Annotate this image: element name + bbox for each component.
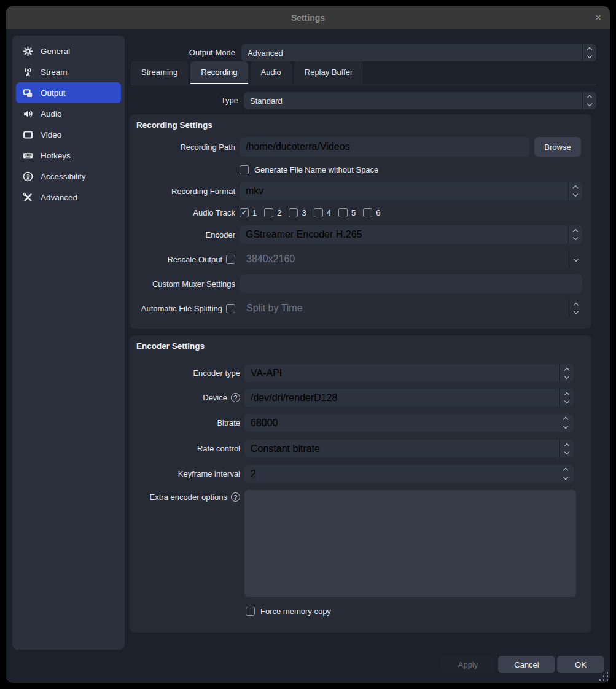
keyframe-interval-spinner[interactable]: 2 xyxy=(244,465,574,483)
rate-control-select[interactable]: Constant bitrate xyxy=(244,440,574,457)
encoder-type-select[interactable]: VA-API xyxy=(244,364,574,382)
recording-format-label: Recording Format xyxy=(130,187,240,196)
tab-streaming[interactable]: Streaming xyxy=(131,61,188,84)
output-mode-select[interactable]: Advanced xyxy=(241,44,596,61)
sidebar-item-label: Output xyxy=(41,88,66,98)
recording-type-value: Standard xyxy=(250,92,283,109)
output-mode-value: Advanced xyxy=(248,44,283,61)
recording-path-input[interactable]: /home/ducoterra/Videos xyxy=(240,137,529,157)
encoder-label: Encoder xyxy=(130,230,240,239)
recording-path-label: Recording Path xyxy=(130,142,240,152)
auto-file-splitting-checkbox[interactable] xyxy=(226,304,235,313)
sidebar-item-stream[interactable]: Stream xyxy=(16,61,121,82)
audio-track-1: ✓1 xyxy=(240,208,257,217)
spin-up-icon[interactable] xyxy=(563,468,568,473)
sidebar-item-label: General xyxy=(41,47,70,56)
audio-track-label: Audio Track xyxy=(130,208,240,217)
audio-track-checkboxes: ✓123456 xyxy=(240,208,380,217)
recording-format-select[interactable]: mkv xyxy=(240,182,582,200)
device-select[interactable]: /dev/dri/renderD128 xyxy=(244,389,574,407)
recording-settings-title: Recording Settings xyxy=(136,120,212,130)
bitrate-spinner[interactable]: 68000 xyxy=(244,414,574,432)
chevron-updown-icon[interactable] xyxy=(582,92,596,109)
chevron-updown-icon xyxy=(569,299,583,317)
audio-track-6-label: 6 xyxy=(376,208,380,217)
gear-icon xyxy=(23,46,33,56)
sidebar-item-accessibility[interactable]: Accessibility xyxy=(16,166,121,187)
recording-type-select[interactable]: Standard xyxy=(244,92,596,109)
sidebar-item-label: Audio xyxy=(41,109,62,119)
rate-control-label: Rate control xyxy=(130,444,244,453)
encoder-select[interactable]: GStreamer Encoder H.265 xyxy=(240,225,582,244)
sidebar-item-label: Advanced xyxy=(41,193,77,202)
auto-file-splitting-select: Split by Time xyxy=(240,299,583,317)
sidebar: GeneralStreamOutputAudioVideoHotkeysAcce… xyxy=(12,36,125,650)
chevron-updown-icon[interactable] xyxy=(582,44,596,61)
extra-encoder-options-textarea[interactable] xyxy=(244,490,576,597)
audio-track-5-checkbox[interactable] xyxy=(338,208,348,217)
audio-track-4-checkbox[interactable] xyxy=(314,208,323,217)
accessibility-icon xyxy=(23,171,33,182)
monitor-icon xyxy=(23,130,33,140)
ok-button[interactable]: OK xyxy=(557,656,604,673)
custom-muxer-input[interactable] xyxy=(240,274,582,293)
audio-track-6: 6 xyxy=(363,208,380,217)
tab-audio[interactable]: Audio xyxy=(251,61,292,84)
generate-no-space-checkbox[interactable] xyxy=(240,165,249,174)
output-mode-label: Output Mode xyxy=(131,44,235,61)
antenna-icon xyxy=(23,67,33,77)
spin-down-icon[interactable] xyxy=(563,424,568,429)
sidebar-item-label: Accessibility xyxy=(41,172,86,181)
generate-no-space-label: Generate File Name without Space xyxy=(254,165,378,174)
sidebar-item-advanced[interactable]: Advanced xyxy=(16,187,121,208)
sidebar-item-output[interactable]: Output xyxy=(16,82,121,103)
tools-icon xyxy=(23,192,33,203)
help-icon[interactable]: ? xyxy=(231,393,240,402)
audio-track-5: 5 xyxy=(338,208,356,217)
help-icon[interactable]: ? xyxy=(231,492,240,502)
audio-track-3-checkbox[interactable] xyxy=(289,208,298,217)
recording-settings-panel: Recording Settings Recording Path /home/… xyxy=(130,114,591,329)
custom-muxer-label: Custom Muxer Settings xyxy=(130,279,240,289)
rescale-output-checkbox[interactable] xyxy=(226,255,235,264)
titlebar[interactable]: Settings × xyxy=(6,6,610,29)
apply-button: Apply xyxy=(441,656,495,673)
chevron-updown-icon[interactable] xyxy=(559,440,574,457)
tab-replay-buffer[interactable]: Replay Buffer xyxy=(294,61,364,84)
browse-button[interactable]: Browse xyxy=(534,137,581,157)
encoder-settings-panel: Encoder Settings Encoder type VA-API Dev… xyxy=(130,335,591,633)
close-button[interactable]: × xyxy=(595,6,601,29)
rescale-output-select: 3840x2160 xyxy=(240,250,583,268)
spin-down-icon[interactable] xyxy=(563,475,568,480)
keyboard-icon xyxy=(23,150,33,161)
sidebar-item-hotkeys[interactable]: Hotkeys xyxy=(16,145,121,166)
sidebar-item-label: Stream xyxy=(41,68,68,77)
audio-track-3-label: 3 xyxy=(302,208,306,217)
bitrate-label: Bitrate xyxy=(130,418,244,427)
spin-up-icon[interactable] xyxy=(563,417,568,422)
output-tabbar: StreamingRecordingAudioReplay Buffer xyxy=(131,61,363,84)
chevron-down-icon xyxy=(569,250,583,268)
audio-track-1-checkbox[interactable]: ✓ xyxy=(240,208,249,217)
sidebar-item-video[interactable]: Video xyxy=(16,124,121,145)
resize-grip-icon[interactable] xyxy=(597,671,609,682)
force-memory-copy-checkbox[interactable] xyxy=(246,607,255,616)
chevron-updown-icon[interactable] xyxy=(559,364,574,382)
output-icon xyxy=(23,88,33,98)
cancel-button[interactable]: Cancel xyxy=(498,656,555,673)
tab-recording[interactable]: Recording xyxy=(190,61,248,84)
sidebar-item-general[interactable]: General xyxy=(16,41,121,61)
close-icon: × xyxy=(595,12,601,24)
audio-track-2-label: 2 xyxy=(277,208,281,217)
chevron-updown-icon[interactable] xyxy=(568,182,582,200)
tab-separator xyxy=(131,84,596,84)
audio-track-2-checkbox[interactable] xyxy=(264,208,273,217)
type-label: Type xyxy=(131,92,238,109)
sidebar-item-label: Video xyxy=(41,130,61,139)
device-label: Device? xyxy=(130,393,244,402)
sidebar-item-label: Hotkeys xyxy=(41,151,71,160)
chevron-updown-icon[interactable] xyxy=(568,225,582,244)
sidebar-item-audio[interactable]: Audio xyxy=(16,103,121,124)
chevron-updown-icon[interactable] xyxy=(559,389,574,407)
audio-track-6-checkbox[interactable] xyxy=(363,208,372,217)
